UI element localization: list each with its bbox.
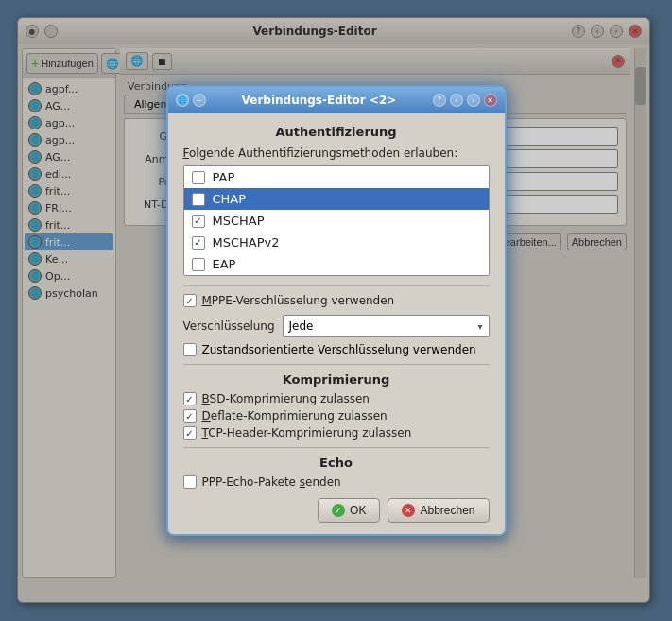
echo-checkbox[interactable] [183,475,197,489]
auth-item-mschap[interactable]: MSCHAP [184,210,489,232]
modal-help-btn[interactable]: ? [433,94,446,107]
auth-section-title: Authentifizierung [183,125,490,139]
ok-label: OK [350,504,366,517]
auth-item-pap[interactable]: PAP [184,166,489,188]
chap-checkbox[interactable] [192,193,205,206]
chap-label: CHAP [213,192,247,206]
subsection-underline-f: F [183,147,189,160]
echo-title: Echo [183,456,490,470]
tcp-checkbox[interactable] [183,426,197,440]
komprim-title: Komprimierung [183,372,490,387]
auth-subsection-label: Folgende Authentifizierungsmethoden erla… [183,147,490,160]
auth-list: PAP CHAP MSCHAP MSCHAPv2 EAP [183,165,490,276]
modal-body: Authentifizierung Folgende Authentifizie… [168,113,505,534]
modal-next-btn[interactable]: › [467,94,480,107]
cancel-icon: ✕ [402,504,415,517]
komprim-tcp: TCP-Header-Komprimierung zulassen [183,426,490,440]
echo-row: PPP-Echo-Pakete senden [183,475,490,489]
separator-2 [183,364,490,365]
mschap-checkbox[interactable] [192,215,205,228]
zustand-checkbox[interactable] [183,343,197,356]
separator-3 [183,447,490,448]
zustand-label: Zustandsorientierte Verschlüsselung verw… [202,343,476,356]
tcp-label: TCP-Header-Komprimierung zulassen [202,426,412,440]
encrypt-value: Jede [289,319,314,333]
ok-icon: ✓ [332,504,345,517]
cancel-label: Abbrechen [420,504,474,517]
modal-overlay: 🌐 − Verbindungs-Editor <2> ? ‹ › ✕ Authe… [0,0,672,621]
zustand-row: Zustandsorientierte Verschlüsselung verw… [183,343,490,356]
bsd-label: BSD-Komprimierung zulassen [202,392,370,405]
komprim-deflate: Deflate-Komprimierung zulassen [183,409,490,423]
modal-prev-btn[interactable]: ‹ [450,94,463,107]
separator-1 [183,285,490,286]
modal-close-btn[interactable]: ✕ [484,94,497,107]
bsd-checkbox[interactable] [183,392,197,405]
mschap-label: MSCHAP [213,214,265,228]
modal-titlebar: 🌐 − Verbindungs-Editor <2> ? ‹ › ✕ [168,87,505,113]
mppe-checkbox[interactable] [183,294,197,307]
mschapv2-label: MSCHAPv2 [213,235,280,250]
modal-buttons: ✓ OK ✕ Abbrechen [183,498,490,523]
echo-label: PPP-Echo-Pakete senden [202,475,341,489]
modal-title: Verbindungs-Editor <2> [210,94,429,107]
encrypt-dropdown-arrow: ▾ [477,321,482,332]
mppe-label: MPPE-Verschlüsselung verwenden [202,294,395,307]
mppe-row: MPPE-Verschlüsselung verwenden [183,294,490,307]
encrypt-label: Verschlüsselung [183,319,275,333]
mschapv2-checkbox[interactable] [192,236,205,250]
cancel-button[interactable]: ✕ Abbrechen [388,498,489,523]
modal-min-btn[interactable]: − [193,94,206,107]
auth-item-chap[interactable]: CHAP [184,188,489,210]
encrypt-select[interactable]: Jede ▾ [283,315,490,337]
ok-button[interactable]: ✓ OK [318,498,380,523]
eap-label: EAP [213,257,236,271]
pap-label: PAP [213,170,235,184]
pap-checkbox[interactable] [192,171,205,184]
auth-item-mschapv2[interactable]: MSCHAPv2 [184,232,489,253]
auth-item-eap[interactable]: EAP [184,253,489,275]
deflate-checkbox[interactable] [183,409,197,423]
auth-dialog: 🌐 − Verbindungs-Editor <2> ? ‹ › ✕ Authe… [166,85,507,536]
komprim-bsd: BSD-Komprimierung zulassen [183,392,490,405]
eap-checkbox[interactable] [192,258,205,271]
deflate-label: Deflate-Komprimierung zulassen [202,409,388,423]
modal-globe-icon: 🌐 [176,94,189,107]
encrypt-row: Verschlüsselung Jede ▾ [183,315,490,337]
